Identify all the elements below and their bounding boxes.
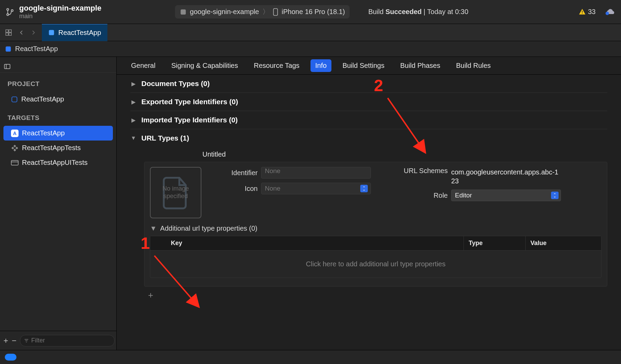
nav-forward-button[interactable] <box>28 27 38 38</box>
titlebar: google-signin-example main google-signin… <box>0 0 621 24</box>
chevron-right-icon: ▶ <box>130 81 137 87</box>
svg-rect-14 <box>4 64 10 69</box>
info-scroll[interactable]: ▶ Document Types (0) ▶ Exported Type Ide… <box>117 75 621 350</box>
additional-header[interactable]: ▼ Additional url type properties (0) <box>150 225 601 232</box>
svg-rect-8 <box>6 29 8 32</box>
build-result: Succeeded <box>385 8 422 15</box>
device-icon <box>273 8 278 16</box>
tab-strip: ReactTestApp <box>0 24 621 41</box>
add-target-button[interactable]: + <box>3 336 8 345</box>
cloud-icon[interactable] <box>605 9 616 15</box>
fields-right: URL Schemes com.googleusercontent.apps.a… <box>393 167 561 201</box>
role-combo[interactable]: Editor <box>451 190 561 201</box>
tab-label: ReactTestApp <box>58 29 101 37</box>
scheme-separator: 〉 <box>262 7 269 16</box>
svg-point-2 <box>11 9 13 11</box>
tab-reacttestapp[interactable]: ReactTestApp <box>42 24 107 41</box>
project-title-group[interactable]: google-signin-example main <box>19 4 102 20</box>
svg-point-7 <box>606 12 609 15</box>
section-title: URL Types (1) <box>141 134 189 142</box>
fields-left: Identifier None Icon None <box>210 167 371 194</box>
breadcrumb-bar[interactable]: ReactTestApp <box>0 41 621 57</box>
breadcrumb-label: ReactTestApp <box>15 45 58 53</box>
sidebar-toggle-row[interactable] <box>0 60 116 73</box>
status-bar <box>0 350 621 364</box>
editor-tabs: General Signing & Capabilities Resource … <box>117 57 621 75</box>
filter-input[interactable] <box>31 337 111 344</box>
svg-point-1 <box>7 13 9 15</box>
table-head: Key Type Value <box>150 236 601 251</box>
remove-target-button[interactable]: − <box>12 336 16 345</box>
identifier-input[interactable]: None <box>261 167 371 179</box>
url-type-group: No image specified Identifier None Icon … <box>144 162 607 287</box>
filter-icon <box>24 338 29 343</box>
target-label: ReactTestApp <box>22 129 65 137</box>
add-url-type-button[interactable]: + <box>145 290 156 300</box>
table-empty-hint[interactable]: Click here to add additional url type pr… <box>150 251 601 278</box>
target-item-reacttestapptests[interactable]: ReactTestAppTests <box>3 141 113 155</box>
tab-resource-tags[interactable]: Resource Tags <box>249 59 304 72</box>
svg-rect-11 <box>9 33 11 35</box>
url-schemes-value[interactable]: com.googleusercontent.apps.abc-123 <box>451 167 561 185</box>
target-label: ReactTestAppUITests <box>22 159 87 167</box>
role-value: Editor <box>455 192 472 199</box>
section-title: Imported Type Identifiers (0) <box>141 116 238 124</box>
ui-test-icon <box>11 159 19 167</box>
nav-back-button[interactable] <box>16 27 27 38</box>
target-item-reacttestapp[interactable]: A ReactTestApp <box>3 126 113 141</box>
placeholder-text: None <box>265 167 280 174</box>
branch-name: main <box>19 13 102 20</box>
tab-build-settings[interactable]: Build Settings <box>338 59 389 72</box>
combo-arrow-icon <box>360 185 368 192</box>
svg-rect-3 <box>180 9 186 14</box>
navigator-grid-icon[interactable] <box>3 27 14 38</box>
project-name: google-signin-example <box>19 4 102 13</box>
project-sidebar: PROJECT ReactTestApp TARGETS A ReactTest… <box>0 57 117 350</box>
image-well[interactable]: No image specified <box>150 167 201 218</box>
svg-point-0 <box>7 8 9 10</box>
svg-rect-5 <box>582 11 583 12</box>
warning-badge[interactable]: 33 <box>578 8 596 16</box>
tab-info[interactable]: Info <box>310 59 331 72</box>
url-type-title: Untitled <box>202 150 607 158</box>
section-title: Exported Type Identifiers (0) <box>141 98 238 106</box>
build-sep: | <box>424 8 425 15</box>
project-section-label: PROJECT <box>0 73 116 92</box>
sidebar-footer: + − <box>0 331 116 350</box>
col-type[interactable]: Type <box>464 236 526 250</box>
combo-value: None <box>265 185 280 192</box>
add-url-type-row: + <box>144 290 607 300</box>
col-value[interactable]: Value <box>526 236 601 250</box>
scheme-selector[interactable]: google-signin-example 〉 iPhone 16 Pro (1… <box>175 5 350 19</box>
project-item[interactable]: ReactTestApp <box>3 92 113 107</box>
tab-signing[interactable]: Signing & Capabilities <box>166 59 243 72</box>
project-item-label: ReactTestApp <box>21 95 64 103</box>
svg-rect-6 <box>582 13 583 14</box>
image-well-label: No image specified <box>151 185 201 200</box>
section-document-types[interactable]: ▶ Document Types (0) <box>130 75 607 93</box>
combo-arrow-icon <box>551 192 559 199</box>
target-item-reacttestappuitests[interactable]: ReactTestAppUITests <box>3 155 113 170</box>
col-key[interactable]: Key <box>150 236 464 250</box>
section-exported-types[interactable]: ▶ Exported Type Identifiers (0) <box>130 93 607 111</box>
svg-rect-16 <box>12 97 17 102</box>
role-label: Role <box>393 192 448 199</box>
svg-rect-9 <box>9 29 11 32</box>
section-imported-types[interactable]: ▶ Imported Type Identifiers (0) <box>130 111 607 129</box>
warning-count: 33 <box>588 8 596 16</box>
chevron-down-icon: ▼ <box>130 135 137 141</box>
tab-build-phases[interactable]: Build Phases <box>395 59 445 72</box>
tab-build-rules[interactable]: Build Rules <box>451 59 495 72</box>
target-filter[interactable] <box>20 335 115 347</box>
section-url-types[interactable]: ▼ URL Types (1) <box>130 129 607 147</box>
status-pill[interactable] <box>5 354 16 361</box>
icon-combo[interactable]: None <box>261 183 371 194</box>
app-target-icon: A <box>11 130 19 137</box>
scheme-name: google-signin-example <box>190 8 259 16</box>
chevron-right-icon: ▶ <box>130 117 137 123</box>
xcode-project-icon <box>5 46 12 52</box>
svg-rect-12 <box>49 30 54 35</box>
svg-rect-4 <box>273 9 278 15</box>
tab-general[interactable]: General <box>126 59 160 72</box>
main-split: PROJECT ReactTestApp TARGETS A ReactTest… <box>0 57 621 350</box>
